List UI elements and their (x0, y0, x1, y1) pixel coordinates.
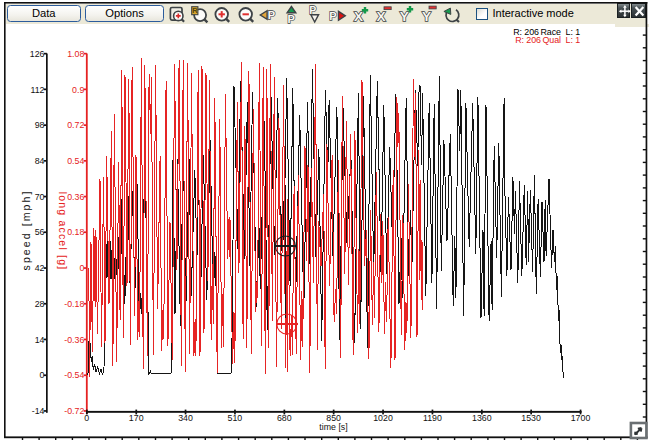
svg-text:70: 70 (35, 192, 45, 202)
svg-text:112: 112 (30, 85, 44, 95)
svg-text:R: 206 Qual L: 1: R: 206 Qual L: 1 (515, 35, 580, 45)
svg-text:-14: -14 (32, 406, 45, 416)
svg-text:1020: 1020 (373, 413, 393, 423)
svg-text:1190: 1190 (423, 413, 442, 423)
svg-text:14: 14 (35, 335, 45, 345)
svg-text:0: 0 (79, 263, 84, 273)
svg-text:126: 126 (30, 49, 45, 59)
svg-text:84: 84 (35, 156, 45, 166)
svg-text:170: 170 (129, 413, 144, 423)
svg-text:1.08: 1.08 (67, 49, 84, 59)
svg-text:0.36: 0.36 (67, 192, 84, 202)
svg-text:long accel [g]: long accel [g] (57, 192, 69, 271)
svg-text:-0.18: -0.18 (64, 299, 84, 309)
svg-text:time [s]: time [s] (319, 422, 347, 432)
svg-text:510: 510 (228, 413, 243, 423)
svg-text:0.9: 0.9 (72, 85, 84, 95)
svg-text:1360: 1360 (472, 413, 492, 423)
svg-text:28: 28 (35, 299, 45, 309)
svg-text:98: 98 (35, 120, 45, 130)
svg-text:0.54: 0.54 (67, 156, 84, 166)
svg-text:0: 0 (84, 413, 89, 423)
svg-text:0.72: 0.72 (67, 120, 84, 130)
svg-text:0.18: 0.18 (67, 227, 84, 237)
svg-text:-0.54: -0.54 (64, 370, 84, 380)
svg-text:340: 340 (178, 413, 193, 423)
svg-text:-0.36: -0.36 (64, 335, 84, 345)
svg-text:56: 56 (35, 227, 45, 237)
svg-text:680: 680 (277, 413, 292, 423)
svg-text:42: 42 (35, 263, 45, 273)
svg-text:1530: 1530 (521, 413, 541, 423)
svg-text:-0.72: -0.72 (64, 406, 84, 416)
svg-text:1700: 1700 (571, 413, 591, 423)
svg-text:speed [mph]: speed [mph] (20, 190, 32, 271)
